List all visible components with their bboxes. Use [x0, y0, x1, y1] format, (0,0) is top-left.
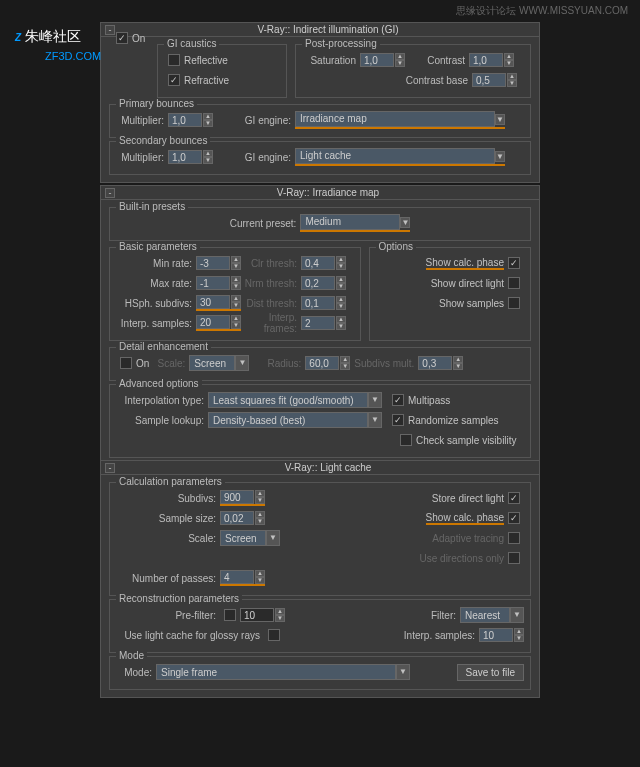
dropdown-btn[interactable]: ▼ — [396, 664, 410, 680]
spin-down[interactable]: ▼ — [231, 302, 241, 309]
spin-down[interactable]: ▼ — [275, 615, 285, 622]
checkbox-adaptive[interactable] — [508, 532, 520, 544]
spin-up[interactable]: ▲ — [336, 256, 346, 263]
spin-down[interactable]: ▼ — [203, 120, 213, 127]
checkbox-use-glossy[interactable] — [268, 629, 280, 641]
checkbox-randomize[interactable] — [392, 414, 404, 426]
spin-up[interactable]: ▲ — [255, 490, 265, 497]
input-min-rate[interactable] — [196, 256, 230, 270]
dropdown-secondary-engine[interactable] — [295, 148, 495, 164]
dropdown-sample-lookup[interactable] — [208, 412, 368, 428]
dropdown-mode[interactable] — [156, 664, 396, 680]
checkbox-show-calc[interactable] — [508, 257, 520, 269]
checkbox-use-dir[interactable] — [508, 552, 520, 564]
spin-up[interactable]: ▲ — [395, 53, 405, 60]
spin-down[interactable]: ▼ — [336, 303, 346, 310]
input-clr-thresh[interactable] — [301, 256, 335, 270]
dropdown-btn[interactable]: ▼ — [266, 530, 280, 546]
spin-up[interactable]: ▲ — [336, 276, 346, 283]
spin-up[interactable]: ▲ — [275, 608, 285, 615]
checkbox-gi-on[interactable] — [116, 32, 128, 44]
input-contrast[interactable] — [469, 53, 503, 67]
dropdown-primary-engine[interactable] — [295, 111, 495, 127]
spin-down[interactable]: ▼ — [395, 60, 405, 67]
collapse-btn-irr[interactable]: - — [105, 188, 115, 198]
checkbox-refractive[interactable] — [168, 74, 180, 86]
input-passes[interactable] — [220, 570, 254, 584]
spin-down[interactable]: ▼ — [453, 363, 463, 370]
input-lc-subdivs[interactable] — [220, 490, 254, 504]
spin-up[interactable]: ▲ — [336, 316, 346, 323]
button-save-to-file[interactable]: Save to file — [457, 664, 524, 681]
checkbox-check-vis[interactable] — [400, 434, 412, 446]
spin-up[interactable]: ▲ — [231, 256, 241, 263]
dropdown-btn[interactable]: ▼ — [235, 355, 249, 371]
spin-up[interactable]: ▲ — [514, 628, 524, 635]
spin-up[interactable]: ▲ — [255, 570, 265, 577]
spin-down[interactable]: ▼ — [231, 283, 241, 290]
spin-down[interactable]: ▼ — [514, 635, 524, 642]
dropdown-btn[interactable]: ▼ — [368, 412, 382, 428]
spin-up[interactable]: ▲ — [231, 276, 241, 283]
spin-down[interactable]: ▼ — [231, 322, 241, 329]
spin-down[interactable]: ▼ — [203, 157, 213, 164]
checkbox-store-direct[interactable] — [508, 492, 520, 504]
collapse-btn-lc[interactable]: - — [105, 463, 115, 473]
checkbox-multipass[interactable] — [392, 394, 404, 406]
spin-up[interactable]: ▲ — [453, 356, 463, 363]
checkbox-lc-show-calc[interactable] — [508, 512, 520, 524]
spin-down[interactable]: ▼ — [255, 497, 265, 504]
spin-up[interactable]: ▲ — [203, 113, 213, 120]
input-interp-samples[interactable] — [196, 315, 230, 329]
spin-down[interactable]: ▼ — [340, 363, 350, 370]
checkbox-show-samples[interactable] — [508, 297, 520, 309]
spin-up[interactable]: ▲ — [507, 73, 517, 80]
checkbox-show-direct[interactable] — [508, 277, 520, 289]
spin-down[interactable]: ▼ — [504, 60, 514, 67]
spin-up[interactable]: ▲ — [340, 356, 350, 363]
input-dist-thresh[interactable] — [301, 296, 335, 310]
spin-up[interactable]: ▲ — [231, 315, 241, 322]
spin-up[interactable]: ▲ — [231, 295, 241, 302]
spin-down[interactable]: ▼ — [507, 80, 517, 87]
input-max-rate[interactable] — [196, 276, 230, 290]
label-lc-subdivs: Subdivs: — [116, 493, 220, 504]
spin-down[interactable]: ▼ — [336, 283, 346, 290]
spin-up[interactable]: ▲ — [255, 511, 265, 518]
spin-down[interactable]: ▼ — [336, 263, 346, 270]
input-saturation[interactable] — [360, 53, 394, 67]
spin-up[interactable]: ▲ — [203, 150, 213, 157]
dropdown-btn[interactable]: ▼ — [495, 114, 505, 125]
dropdown-btn[interactable]: ▼ — [400, 217, 410, 228]
input-prefilter[interactable] — [240, 608, 274, 622]
spin-up[interactable]: ▲ — [336, 296, 346, 303]
input-sample-size[interactable] — [220, 511, 254, 525]
input-radius[interactable] — [305, 356, 339, 370]
input-subdivs-mult[interactable] — [418, 356, 452, 370]
input-interp-frames[interactable] — [301, 316, 335, 330]
input-nrm-thresh[interactable] — [301, 276, 335, 290]
input-recon-interp[interactable] — [479, 628, 513, 642]
dropdown-btn[interactable]: ▼ — [495, 151, 505, 162]
dropdown-btn[interactable]: ▼ — [510, 607, 524, 623]
spin-down[interactable]: ▼ — [336, 323, 346, 330]
spin-down[interactable]: ▼ — [231, 263, 241, 270]
label-current-preset: Current preset: — [230, 218, 301, 229]
checkbox-detail-on[interactable] — [120, 357, 132, 369]
checkbox-prefilter[interactable] — [224, 609, 236, 621]
checkbox-reflective[interactable] — [168, 54, 180, 66]
dropdown-detail-scale[interactable] — [189, 355, 235, 371]
dropdown-lc-scale[interactable] — [220, 530, 266, 546]
spin-up[interactable]: ▲ — [504, 53, 514, 60]
input-primary-mult[interactable] — [168, 113, 202, 127]
dropdown-interp-type[interactable] — [208, 392, 368, 408]
spin-down[interactable]: ▼ — [255, 577, 265, 584]
dropdown-filter[interactable] — [460, 607, 510, 623]
input-contrast-base[interactable] — [472, 73, 506, 87]
spin-down[interactable]: ▼ — [255, 518, 265, 525]
dropdown-preset[interactable] — [300, 214, 400, 230]
input-hsph[interactable] — [196, 295, 230, 309]
input-secondary-mult[interactable] — [168, 150, 202, 164]
label-hsph: HSph. subdivs: — [116, 298, 196, 309]
dropdown-btn[interactable]: ▼ — [368, 392, 382, 408]
